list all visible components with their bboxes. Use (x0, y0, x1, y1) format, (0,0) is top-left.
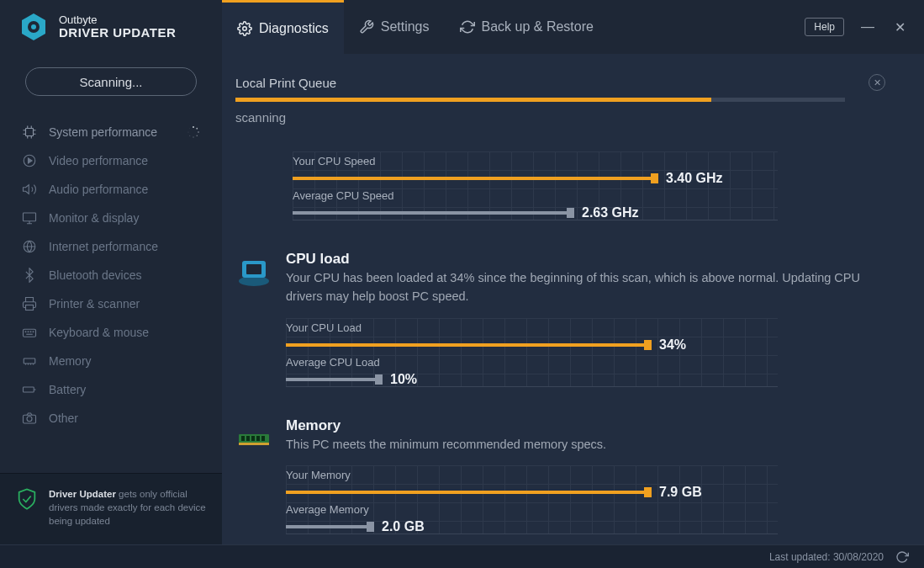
sidebar-item-audio-performance[interactable]: Audio performance (0, 175, 222, 204)
sidebar-item-video-performance[interactable]: Video performance (0, 146, 222, 175)
metrics-scroll-area[interactable]: Your CPU Speed 3.40 GHz Average CPU Spee… (222, 135, 924, 544)
refresh-icon[interactable] (895, 550, 909, 564)
minimize-icon[interactable]: — (858, 16, 878, 38)
bluetooth-icon (22, 268, 37, 283)
scan-queue-label: Local Print Queue (235, 76, 845, 90)
speaker-icon (22, 182, 37, 197)
window-controls: Help — ✕ (805, 0, 924, 54)
battery-icon (22, 382, 37, 397)
sidebar-footer-text: Driver Updater gets only official driver… (49, 487, 207, 528)
svg-point-21 (28, 332, 29, 332)
svg-rect-25 (24, 387, 34, 392)
svg-point-22 (30, 332, 31, 332)
camera-icon (22, 411, 37, 426)
svg-point-20 (25, 332, 26, 332)
tab-settings[interactable]: Settings (344, 0, 445, 54)
gear-icon (237, 21, 252, 36)
sidebar-item-label: Monitor & display (49, 211, 139, 225)
svg-point-5 (193, 126, 194, 128)
svg-rect-37 (239, 443, 269, 445)
last-updated-label: Last updated: 30/08/2020 (769, 551, 884, 563)
globe-icon (22, 239, 37, 254)
spinner-icon (187, 125, 200, 139)
tab-label: Diagnostics (259, 21, 329, 36)
svg-rect-30 (246, 264, 261, 274)
sidebar-item-other[interactable]: Other (0, 404, 222, 433)
play-icon (22, 153, 37, 168)
metric-label: Your CPU Load (286, 318, 879, 337)
svg-rect-19 (24, 329, 36, 337)
scan-status-label: scanning (235, 110, 885, 125)
titlebar: Outbyte DRIVER UPDATER Diagnostics Setti… (0, 0, 924, 54)
svg-point-9 (193, 136, 193, 137)
sidebar-item-monitor-display[interactable]: Monitor & display (0, 204, 222, 232)
your-cpu-speed-bar (293, 177, 654, 180)
keyboard-icon (22, 325, 37, 340)
metric-label: Your Memory (286, 465, 879, 485)
section-desc: Your CPU has been loaded at 34% since th… (286, 269, 885, 306)
brand-text: Outbyte DRIVER UPDATER (59, 14, 176, 40)
section-desc: This PC meets the minimum recommended me… (286, 436, 885, 454)
brand-line2: DRIVER UPDATER (59, 26, 176, 40)
svg-point-6 (196, 128, 198, 130)
svg-point-8 (197, 135, 198, 136)
content-area: Local Print Queue ✕ scanning Your CPU Sp… (222, 54, 924, 544)
footer: Last updated: 30/08/2020 (0, 544, 924, 568)
metric-label: Average Memory (286, 500, 879, 519)
sidebar-item-label: System performance (49, 125, 157, 139)
avg-cpu-load-value: 10% (390, 372, 417, 387)
monitor-icon (22, 210, 37, 226)
sidebar: Scanning... System performance Video per… (0, 54, 222, 544)
metric-label: Average CPU Speed (293, 186, 879, 205)
svg-point-23 (33, 332, 34, 332)
svg-point-11 (187, 131, 188, 132)
sidebar-item-label: Other (49, 411, 78, 425)
cancel-scan-button[interactable]: ✕ (869, 74, 885, 91)
sidebar-item-printer-scanner[interactable]: Printer & scanner (0, 289, 222, 318)
sidebar-item-internet-performance[interactable]: Internet performance (0, 232, 222, 261)
your-memory-value: 7.9 GB (659, 485, 702, 500)
section-cpu-load: CPU load Your CPU has been loaded at 34%… (235, 251, 885, 387)
sidebar-item-memory[interactable]: Memory (0, 347, 222, 375)
svg-point-12 (189, 128, 190, 129)
sidebar-item-label: Memory (49, 354, 92, 368)
sidebar-item-keyboard-mouse[interactable]: Keyboard & mouse (0, 318, 222, 347)
sidebar-item-label: Printer & scanner (49, 297, 140, 311)
help-button[interactable]: Help (805, 18, 844, 36)
svg-rect-32 (241, 436, 245, 441)
avg-memory-bar (286, 525, 370, 528)
sidebar-item-battery[interactable]: Battery (0, 375, 222, 404)
memory-icon (22, 353, 37, 369)
sidebar-items: System performance Video performance Aud… (0, 118, 222, 473)
svg-point-10 (189, 135, 190, 136)
scan-button[interactable]: Scanning... (25, 67, 197, 96)
tab-backup-restore[interactable]: Back up & Restore (445, 0, 609, 54)
section-title: Memory (286, 417, 885, 434)
sidebar-footer: Driver Updater gets only official driver… (0, 473, 222, 544)
metric-label: Average CPU Load (286, 353, 879, 372)
tools-icon (359, 19, 374, 35)
your-cpu-speed-value: 3.40 GHz (666, 171, 723, 186)
sidebar-item-bluetooth-devices[interactable]: Bluetooth devices (0, 261, 222, 289)
scan-progress-track (235, 98, 845, 102)
your-cpu-load-value: 34% (659, 337, 686, 353)
brand-line1: Outbyte (59, 14, 176, 26)
sidebar-item-system-performance[interactable]: System performance (0, 118, 222, 146)
svg-point-2 (31, 24, 36, 29)
avg-cpu-load-bar (286, 378, 378, 381)
metric-label: Your CPU Speed (293, 151, 879, 171)
metric-cpu-speed: Your CPU Speed 3.40 GHz Average CPU Spee… (293, 151, 879, 220)
sidebar-item-label: Bluetooth devices (49, 268, 142, 282)
svg-marker-15 (24, 185, 29, 194)
svg-rect-35 (256, 436, 260, 441)
svg-point-3 (243, 26, 247, 30)
svg-rect-24 (24, 358, 35, 364)
close-icon[interactable]: ✕ (891, 16, 909, 39)
sidebar-item-label: Audio performance (49, 183, 148, 196)
svg-rect-4 (26, 129, 34, 136)
scan-progress-fill (235, 98, 711, 102)
your-memory-bar (286, 491, 647, 494)
tab-diagnostics[interactable]: Diagnostics (222, 0, 344, 54)
refresh-icon (460, 19, 475, 35)
sidebar-item-label: Battery (49, 383, 86, 396)
